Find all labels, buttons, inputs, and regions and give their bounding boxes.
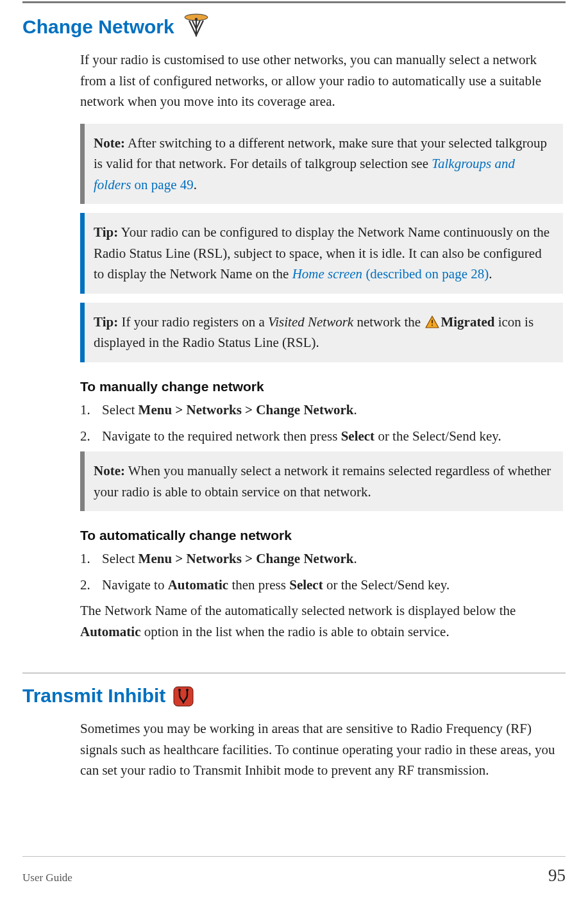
tip-tail: . — [489, 266, 492, 282]
svg-rect-4 — [432, 324, 433, 326]
migrated-label: Migrated — [441, 314, 494, 330]
note-label: Note: — [94, 135, 125, 151]
note2-text: When you manually select a network it re… — [94, 463, 551, 500]
svg-rect-3 — [432, 319, 433, 323]
list-item: Select Menu > Networks > Change Network. — [80, 400, 563, 421]
tip-label: Tip: — [94, 224, 118, 240]
menu-path: Menu > Networks > Change Network — [139, 551, 354, 566]
list-item: Navigate to Automatic then press Select … — [80, 575, 563, 596]
section2-body: Sometimes you may be working in areas th… — [80, 718, 563, 793]
tip-callout-1: Tip: Your radio can be configured to dis… — [80, 213, 563, 294]
tip-callout-2: Tip: If your radio registers on a Visite… — [80, 303, 563, 362]
section1-body: If your radio is customised to use other… — [80, 49, 563, 653]
link-home-screen[interactable]: Home screen (described on page 28) — [292, 266, 489, 282]
list-item: Select Menu > Networks > Change Network. — [80, 548, 563, 569]
note-callout-1: Note: After switching to a different net… — [80, 124, 563, 205]
subhead-manual: To manually change network — [80, 379, 563, 394]
migrated-warning-icon — [425, 316, 439, 328]
heading-transmit-inhibit: Transmit Inhibit — [22, 685, 566, 707]
heading-change-network: Change Network — [22, 13, 566, 38]
visited-network: Visited Network — [268, 314, 353, 330]
auto-steps: Select Menu > Networks > Change Network.… — [80, 548, 563, 595]
antenna-icon — [182, 13, 210, 38]
footer-doc-title: User Guide — [22, 872, 72, 884]
note-tail: . — [194, 177, 197, 192]
tip2-t2: network the — [353, 314, 424, 330]
intro-paragraph: If your radio is customised to use other… — [80, 49, 563, 112]
list-item: Navigate to the required network then pr… — [80, 426, 563, 447]
menu-path: Menu > Networks > Change Network — [139, 402, 354, 417]
heading-change-network-text: Change Network — [22, 16, 174, 38]
heading-transmit-inhibit-text: Transmit Inhibit — [22, 685, 165, 707]
transmit-intro: Sometimes you may be working in areas th… — [80, 718, 563, 781]
subhead-auto: To automatically change network — [80, 528, 563, 543]
footer-page-number: 95 — [548, 866, 566, 886]
tip2-label: Tip: — [94, 314, 118, 330]
transmit-inhibit-icon — [173, 686, 194, 707]
section-rule — [22, 673, 566, 673]
svg-point-2 — [195, 18, 197, 21]
page: Change Network If your radio is customis… — [0, 0, 588, 901]
tip2-t1: If your radio registers on a — [118, 314, 268, 330]
svg-point-7 — [186, 689, 189, 691]
manual-steps: Select Menu > Networks > Change Network.… — [80, 400, 563, 446]
auto-outro: The Network Name of the automatically se… — [80, 600, 563, 642]
svg-point-6 — [178, 689, 181, 691]
top-rule — [22, 1, 566, 3]
note2-label: Note: — [94, 463, 125, 478]
page-footer: User Guide 95 — [22, 856, 566, 901]
note-callout-2: Note: When you manually select a network… — [80, 451, 563, 511]
